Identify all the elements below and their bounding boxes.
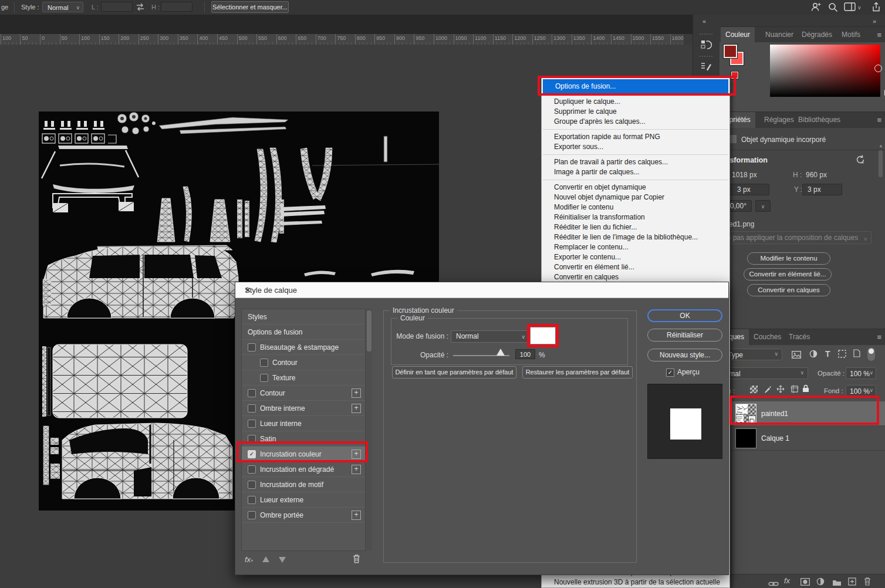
panel-menu-icon[interactable]: ≡ <box>877 116 881 124</box>
workspace-icon[interactable] <box>844 2 856 14</box>
style-list-item[interactable]: Contour <box>242 355 365 370</box>
restore-defaults-button[interactable]: Restaurer les paramètres par défaut <box>522 366 633 379</box>
lock-paint-icon[interactable] <box>764 385 772 396</box>
new-layer-icon[interactable] <box>848 577 856 588</box>
menu-item[interactable]: Convertir en objet dynamique <box>542 183 729 192</box>
menu-item[interactable]: Remplacer le contenu... <box>542 242 729 252</box>
search-icon[interactable] <box>827 2 838 15</box>
tab-degrades[interactable]: Dégradés <box>797 27 837 43</box>
history-panel-icon[interactable] <box>700 38 712 51</box>
add-effect-icon[interactable]: + <box>352 388 361 398</box>
filter-type-icon[interactable]: T <box>825 349 830 359</box>
filter-adjustment-icon[interactable] <box>809 350 818 360</box>
menu-item[interactable]: Convertir en calques <box>542 272 729 282</box>
height-input[interactable] <box>161 2 192 12</box>
effect-checkbox[interactable] <box>260 359 268 367</box>
menu-item[interactable]: Image à partir de calques... <box>542 167 729 177</box>
effect-checkbox[interactable] <box>248 465 256 474</box>
layer-thumbnail[interactable] <box>735 428 756 448</box>
move-effect-up-icon[interactable] <box>262 556 269 562</box>
menu-item[interactable]: Réinitialiser la transformation <box>542 212 729 222</box>
foreground-color-swatch[interactable] <box>724 45 737 58</box>
add-effect-icon[interactable]: + <box>352 465 361 474</box>
tab-nuancier[interactable]: Nuancier <box>761 27 798 43</box>
style-list-item[interactable]: Styles <box>242 309 365 325</box>
layer-row-calque1[interactable]: Calque 1 <box>720 426 885 451</box>
preview-checkbox[interactable]: ✓ <box>666 369 674 377</box>
fx-icon[interactable]: fx <box>784 576 790 585</box>
style-list-item[interactable]: Texture <box>242 370 365 386</box>
opacity-value-input[interactable]: 100 <box>515 349 535 359</box>
style-list-item[interactable]: Incrustation de motif <box>242 477 365 492</box>
set-defaults-button[interactable]: Définir en tant que paramètres par défau… <box>392 366 516 379</box>
tab-reglages[interactable]: Réglages <box>759 112 799 128</box>
style-list-item[interactable]: Satin <box>242 431 365 447</box>
tab-traces[interactable]: Tracés <box>784 329 815 345</box>
close-icon[interactable]: ✕ <box>245 286 721 295</box>
style-list-item[interactable]: Biseautage & estampage <box>242 340 365 355</box>
reset-button[interactable]: Réinitialiser <box>647 329 722 342</box>
blend-mode-dropdown[interactable]: Normal ∨ <box>451 330 529 343</box>
reset-transform-icon[interactable] <box>856 155 865 166</box>
filter-image-icon[interactable] <box>792 350 801 361</box>
fill-dropdown[interactable]: 100 % ∨ <box>846 385 876 397</box>
layer-row-painted1[interactable]: painted1 <box>720 401 885 426</box>
panel-menu-icon[interactable]: ≡ <box>877 31 881 39</box>
style-list-item[interactable]: Ombre portée+ <box>242 508 365 523</box>
filter-shape-icon[interactable] <box>838 350 846 360</box>
tab-bibliotheques[interactable]: Bibliothèques <box>793 112 845 128</box>
effect-checkbox[interactable] <box>260 374 268 382</box>
width-input[interactable] <box>101 2 133 12</box>
effect-checkbox[interactable] <box>248 496 256 504</box>
new-style-button[interactable]: Nouveau style... <box>647 349 722 361</box>
color-cursor-icon[interactable] <box>874 65 882 72</box>
style-list-item[interactable]: Options de fusion <box>242 325 365 340</box>
delete-effect-icon[interactable] <box>353 554 360 566</box>
effect-checkbox[interactable] <box>248 389 256 397</box>
ok-button[interactable]: OK <box>647 309 722 322</box>
add-effect-icon[interactable]: + <box>352 404 361 413</box>
effect-checkbox[interactable] <box>248 420 256 428</box>
add-effect-icon[interactable]: + <box>352 450 361 459</box>
style-list-item[interactable]: Contour+ <box>242 386 365 401</box>
dialog-titlebar[interactable]: Style de calque ✕ <box>235 282 728 298</box>
scrollbar-thumb[interactable] <box>879 150 883 177</box>
angle-dropdown[interactable]: ∨ <box>755 200 771 212</box>
style-list-item[interactable]: Ombre interne+ <box>242 401 365 416</box>
menu-item[interactable]: Modifier le contenu <box>542 202 729 212</box>
effect-checkbox[interactable] <box>248 404 256 413</box>
menu-item[interactable]: Plan de travail à partir des calques... <box>542 157 729 167</box>
style-list-item[interactable]: Lueur interne <box>242 416 365 431</box>
new-group-icon[interactable] <box>832 578 842 588</box>
layer-thumbnail[interactable] <box>735 404 756 424</box>
opacity-dropdown[interactable]: 100 % ∨ <box>846 367 876 379</box>
menu-item[interactable]: Exporter sous... <box>542 142 729 152</box>
account-icon[interactable] <box>810 1 822 15</box>
tab-motifs[interactable]: Motifs <box>837 27 865 43</box>
blend-mode-dropdown[interactable]: Normal ∨ <box>721 367 808 379</box>
scrollbar-thumb[interactable] <box>367 310 371 352</box>
menu-item[interactable]: Convertir en élément lié... <box>542 262 729 272</box>
effect-checkbox[interactable] <box>248 481 256 489</box>
filter-toggle[interactable] <box>867 347 875 361</box>
lock-all-icon[interactable] <box>802 384 809 395</box>
style-list-item[interactable]: ✓Incrustation couleur+ <box>242 447 365 462</box>
menu-item[interactable]: Exporter le contenu... <box>542 252 729 262</box>
lock-position-icon[interactable] <box>776 385 785 396</box>
menu-item[interactable]: Dupliquer le calque... <box>542 97 729 107</box>
menu-item[interactable]: Nouvel objet dynamique par Copier <box>542 192 729 202</box>
add-adjustment-icon[interactable] <box>816 577 825 588</box>
lock-transparency-icon[interactable] <box>750 386 758 393</box>
effect-checkbox[interactable]: ✓ <box>248 450 256 458</box>
delete-layer-icon[interactable] <box>864 577 871 588</box>
add-mask-icon[interactable] <box>800 577 810 588</box>
swap-dimensions-icon[interactable] <box>135 3 146 13</box>
effect-checkbox[interactable] <box>248 435 256 443</box>
tab-couleur[interactable]: Couleur <box>721 27 755 43</box>
layer-filter-dropdown[interactable]: Type ∨ <box>721 349 782 360</box>
chevron-down-icon[interactable]: ∨ <box>857 5 862 11</box>
lock-artboard-icon[interactable] <box>791 385 799 396</box>
collapse-left-icon[interactable]: « <box>702 18 705 25</box>
convert-to-linked-button[interactable]: Convertir en élément lié... <box>744 268 832 281</box>
opacity-slider-thumb[interactable] <box>496 349 505 356</box>
